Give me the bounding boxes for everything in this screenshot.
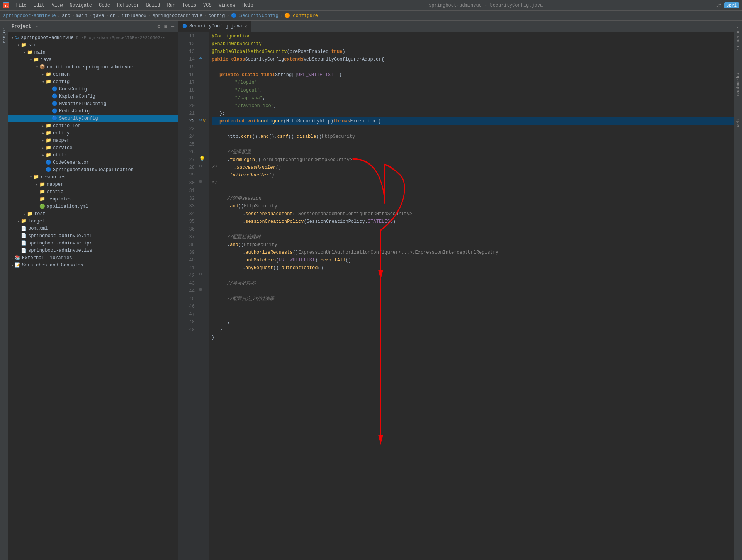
menu-help[interactable]: Help: [239, 2, 256, 9]
menu-file[interactable]: File: [12, 2, 30, 9]
tree-item-codegenerator[interactable]: 🔵 CodeGenerator: [8, 159, 178, 166]
gutter-fold-28-icon[interactable]: ⊟: [199, 164, 202, 168]
tree-item-extlibs[interactable]: ▸ 📚 External Libraries: [8, 254, 178, 261]
tree-item-redisconfig[interactable]: 🔵 RedisConfig: [8, 107, 178, 115]
tree-arrow-utils: ▸: [41, 153, 46, 158]
vcs-icon[interactable]: ⎇: [715, 2, 721, 8]
gutter-method-icon[interactable]: ⊙: [199, 117, 202, 122]
project-dropdown-icon[interactable]: ▾: [36, 24, 38, 29]
menu-refactor[interactable]: Refactor: [114, 2, 143, 9]
code-line-16: private static final String[] URL_WHITEL…: [212, 71, 734, 79]
ln-26: 26: [178, 148, 195, 156]
main-folder-icon: 📁: [27, 49, 33, 55]
menu-tools[interactable]: Tools: [179, 2, 199, 9]
sidebar-right-bookmarks[interactable]: Bookmarks: [735, 70, 742, 99]
breadcrumb-src[interactable]: src: [62, 13, 70, 19]
gutter-implement-icon[interactable]: ⊙: [199, 56, 202, 61]
tree-item-controller[interactable]: ▸ 📁 controller: [8, 122, 178, 129]
tree-item-package[interactable]: ▾ 📦 cn.itbluebox.springbootadminvue: [8, 63, 178, 71]
tree-arrow-mapper: ▸: [41, 138, 46, 143]
mapper-folder-icon: 📁: [46, 137, 51, 143]
menu-build[interactable]: Build: [143, 2, 163, 9]
tree-item-mybatisconfig[interactable]: 🔵 MybatisPlusConfig: [8, 100, 178, 107]
tree-item-src[interactable]: ▾ 📁 src: [8, 41, 178, 49]
ln-12: 12: [178, 40, 195, 48]
code-content[interactable]: @Configuration @EnableWebSecurity @Enabl…: [209, 32, 734, 560]
tree-item-common[interactable]: ▸ 📁 common: [8, 71, 178, 78]
breadcrumb-project[interactable]: springboot-adminvue: [3, 13, 56, 19]
tree-label-iws: springboot-adminvue.iws: [28, 248, 92, 253]
tree-label-resources: resources: [41, 175, 66, 180]
code-line-25: [212, 141, 734, 148]
panel-gear-icon[interactable]: ⚙: [157, 23, 161, 31]
menu-code[interactable]: Code: [96, 2, 113, 9]
tree-item-iml[interactable]: 📄 springboot-adminvue.iml: [8, 232, 178, 239]
code-line-11: @Configuration: [212, 32, 734, 40]
code-line-13: @EnableGlobalMethodSecurity(prePostEnabl…: [212, 48, 734, 56]
tree-label-static: static: [47, 189, 63, 195]
panel-layout-icon[interactable]: ⊞: [163, 23, 168, 31]
breadcrumb-configure[interactable]: 🟠 configure: [284, 13, 318, 19]
menu-window[interactable]: Window: [216, 2, 238, 9]
tree-item-ipr[interactable]: 📄 springboot-adminvue.ipr: [8, 239, 178, 247]
test-folder-icon: 📁: [27, 211, 33, 217]
ln-16: 16: [178, 71, 195, 79]
ln-21: 21: [178, 110, 195, 117]
target-folder-icon: 📁: [21, 218, 27, 224]
tree-item-entity[interactable]: ▸ 📁 entity: [8, 129, 178, 137]
tree-item-utils[interactable]: ▸ 📁 utils: [8, 151, 178, 159]
tree-item-root[interactable]: ▾ 🗂 springboot-adminvue D:\ProgramWorkSp…: [8, 34, 178, 41]
tree-item-templates[interactable]: 📁 templates: [8, 195, 178, 203]
breadcrumb-config[interactable]: config: [208, 13, 225, 19]
tree-arrow-controller: ▸: [41, 124, 46, 128]
menu-view[interactable]: View: [49, 2, 66, 9]
tree-item-mapper[interactable]: ▸ 📁 mapper: [8, 137, 178, 144]
menu-run[interactable]: Run: [164, 2, 178, 9]
tree-item-kaptchaconfig[interactable]: 🔵 KaptchaConfig: [8, 93, 178, 100]
tree-item-static[interactable]: 📁 static: [8, 188, 178, 195]
tree-item-service[interactable]: ▸ 📁 service: [8, 144, 178, 151]
breadcrumb-itbluebox[interactable]: itbluebox: [121, 13, 146, 19]
breadcrumb-java[interactable]: java: [93, 13, 104, 19]
code-line-50: }: [212, 334, 734, 341]
ln-18: 18: [178, 87, 195, 94]
sidebar-right-structure[interactable]: Structure: [735, 24, 742, 53]
tree-item-scratches[interactable]: ▸ 📝 Scratches and Consoles: [8, 261, 178, 269]
tab-securityconfig[interactable]: 🔵 SecurityConfig.java ✕: [178, 21, 251, 32]
ln-41: 41: [178, 264, 195, 272]
tree-arrow-scratches: ▸: [10, 263, 15, 268]
tree-item-securityconfig[interactable]: 🔵 SecurityConfig: [8, 115, 178, 122]
gutter-bulb-icon[interactable]: 💡: [199, 156, 205, 162]
panel-close-icon[interactable]: —: [170, 23, 175, 30]
tree-item-main[interactable]: ▾ 📁 main: [8, 49, 178, 56]
breadcrumb-cn[interactable]: cn: [110, 13, 115, 19]
sidebar-tab-project[interactable]: Project: [1, 22, 8, 46]
menu-vcs[interactable]: VCS: [200, 2, 215, 9]
menu-edit[interactable]: Edit: [31, 2, 48, 9]
gutter-fold-44-icon[interactable]: ⊟: [199, 287, 202, 292]
gutter-fold-30-icon[interactable]: ⊟: [199, 179, 202, 184]
tree-item-java[interactable]: ▾ 📁 java: [8, 56, 178, 63]
breadcrumb-springbootadminvue[interactable]: springbootadminvue: [153, 13, 203, 19]
ln-27: 27: [178, 156, 195, 164]
sidebar-right-web[interactable]: Web: [735, 116, 742, 130]
tree-item-resources-mapper[interactable]: ▸ 📁 mapper: [8, 181, 178, 188]
menu-navigate[interactable]: Navigate: [66, 2, 95, 9]
breadcrumb-securityconfig[interactable]: 🔵 SecurityConfig: [231, 13, 278, 19]
tree-item-application[interactable]: 🔵 SpringbootAdminvueApplication: [8, 166, 178, 173]
gutter-fold-42-icon[interactable]: ⊟: [199, 272, 202, 277]
tree-item-corsconfig[interactable]: 🔵 CorsConfig: [8, 85, 178, 93]
tree-item-pomxml[interactable]: 📄 pom.xml: [8, 225, 178, 232]
tree-label-pomxml: pom.xml: [28, 226, 48, 231]
tree-item-config[interactable]: ▾ 📁 config: [8, 78, 178, 85]
tab-close-button[interactable]: ✕: [245, 24, 247, 29]
tree-item-target[interactable]: ▸ 📁 target: [8, 217, 178, 225]
tree-item-resources[interactable]: ▾ 📁 resources: [8, 173, 178, 181]
tree-item-applicationyml[interactable]: 🟢 application.yml: [8, 203, 178, 210]
tree-item-test[interactable]: ▸ 📁 test: [8, 210, 178, 217]
gutter-annotation-icon[interactable]: @: [203, 117, 206, 122]
breadcrumb-main[interactable]: main: [76, 13, 87, 19]
code-line-44: [212, 287, 734, 295]
tree-item-iws[interactable]: 📄 springboot-adminvue.iws: [8, 247, 178, 254]
mybatis-icon: 🔵: [52, 101, 58, 107]
